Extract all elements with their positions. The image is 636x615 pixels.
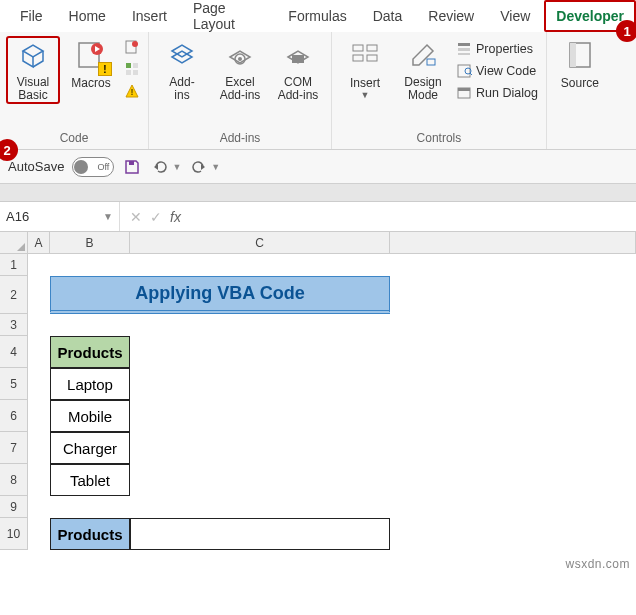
tab-insert[interactable]: Insert xyxy=(120,0,179,32)
tab-home[interactable]: Home xyxy=(57,0,118,32)
svg-text:!: ! xyxy=(131,87,134,97)
source-icon xyxy=(563,38,597,72)
com-addins-button[interactable]: COM Add-ins xyxy=(271,36,325,104)
ribbon-group-addins-label: Add-ins xyxy=(220,129,261,147)
svg-rect-5 xyxy=(126,63,131,68)
view-code-button[interactable]: View Code xyxy=(454,62,540,80)
col-header-c[interactable]: C xyxy=(130,232,390,254)
insert-controls-button[interactable]: Insert ▼ xyxy=(338,36,392,102)
visual-basic-label: Visual Basic xyxy=(17,76,49,102)
cell-product-3[interactable]: Charger xyxy=(50,432,130,464)
autosave-toggle[interactable]: Off xyxy=(72,157,114,177)
watermark: wsxdn.com xyxy=(565,557,630,571)
record-macro-icon xyxy=(124,39,140,55)
cancel-formula-button[interactable]: ✕ xyxy=(130,209,142,225)
svg-rect-27 xyxy=(458,65,470,77)
ribbon-group-addins: Add- ins Excel Add-ins COM Add-ins Add-i… xyxy=(149,32,332,149)
visual-basic-button[interactable]: Visual Basic xyxy=(6,36,60,104)
undo-dropdown[interactable]: ▼ xyxy=(172,162,181,172)
row-header-8[interactable]: 8 xyxy=(0,464,28,496)
chevron-down-icon[interactable]: ▼ xyxy=(103,211,113,222)
ribbon-group-controls-label: Controls xyxy=(417,129,462,147)
relative-references-icon xyxy=(124,61,140,77)
fx-icon[interactable]: fx xyxy=(170,209,181,225)
svg-rect-20 xyxy=(353,55,363,61)
tab-file[interactable]: File xyxy=(8,0,55,32)
select-all-corner[interactable] xyxy=(0,232,28,254)
svg-rect-18 xyxy=(353,45,363,51)
cell-title[interactable]: Applying VBA Code xyxy=(50,276,390,314)
svg-rect-34 xyxy=(129,161,134,165)
redo-button[interactable] xyxy=(189,157,209,177)
svg-rect-19 xyxy=(367,45,377,51)
cell-products-header[interactable]: Products xyxy=(50,336,130,368)
tab-pagelayout[interactable]: Page Layout xyxy=(181,0,274,40)
row-header-3[interactable]: 3 xyxy=(0,314,28,336)
design-mode-icon xyxy=(406,38,440,72)
properties-button[interactable]: Properties xyxy=(454,40,540,58)
tab-review[interactable]: Review xyxy=(416,0,486,32)
ribbon-group-controls: Insert ▼ Design Mode Properties View Cod… xyxy=(332,32,547,149)
row-header-9[interactable]: 9 xyxy=(0,496,28,518)
svg-marker-22 xyxy=(413,45,433,65)
svg-rect-21 xyxy=(367,55,377,61)
chevron-down-icon: ▼ xyxy=(361,90,370,100)
spreadsheet-grid: A B C 1 2 3 4 5 6 7 8 9 10 Applying VBA … xyxy=(0,232,636,554)
svg-rect-7 xyxy=(126,70,131,75)
macro-security-button[interactable]: ! xyxy=(122,82,142,100)
addins-icon xyxy=(165,38,199,72)
row-header-6[interactable]: 6 xyxy=(0,400,28,432)
svg-rect-31 xyxy=(458,88,470,91)
redo-dropdown[interactable]: ▼ xyxy=(211,162,220,172)
autosave-state: Off xyxy=(98,162,110,172)
run-dialog-label: Run Dialog xyxy=(476,86,538,100)
excel-addins-label: Excel Add-ins xyxy=(220,76,261,102)
svg-rect-23 xyxy=(427,59,435,65)
addins-button[interactable]: Add- ins xyxy=(155,36,209,104)
tab-data[interactable]: Data xyxy=(361,0,415,32)
design-mode-label: Design Mode xyxy=(404,76,441,102)
enter-formula-button[interactable]: ✓ xyxy=(150,209,162,225)
cell-product-4[interactable]: Tablet xyxy=(50,464,130,496)
cell-c10[interactable] xyxy=(130,518,390,550)
cell-products-header-2[interactable]: Products xyxy=(50,518,130,550)
cell-product-1[interactable]: Laptop xyxy=(50,368,130,400)
autosave-label: AutoSave xyxy=(8,159,64,174)
tab-view[interactable]: View xyxy=(488,0,542,32)
svg-rect-24 xyxy=(458,43,470,46)
svg-point-15 xyxy=(238,57,242,61)
record-macro-button[interactable] xyxy=(122,38,142,56)
col-header-b[interactable]: B xyxy=(50,232,130,254)
ribbon-group-code-label: Code xyxy=(60,129,89,147)
name-box[interactable]: A16 ▼ xyxy=(0,202,120,231)
run-dialog-button[interactable]: Run Dialog xyxy=(454,84,540,102)
save-button[interactable] xyxy=(122,157,142,177)
svg-rect-26 xyxy=(458,53,470,55)
row-header-5[interactable]: 5 xyxy=(0,368,28,400)
ribbon-tabs: File Home Insert Page Layout Formulas Da… xyxy=(0,0,636,32)
macros-button[interactable]: Macros ! xyxy=(64,36,118,92)
col-header-blank[interactable] xyxy=(390,232,636,254)
ribbon-group-xml-label xyxy=(578,129,581,147)
svg-rect-6 xyxy=(133,63,138,68)
svg-rect-33 xyxy=(570,43,576,67)
com-addins-icon xyxy=(281,38,315,72)
name-box-value: A16 xyxy=(6,209,29,224)
row-header-7[interactable]: 7 xyxy=(0,432,28,464)
insert-controls-icon xyxy=(348,38,382,72)
design-mode-button[interactable]: Design Mode xyxy=(396,36,450,104)
row-header-10[interactable]: 10 xyxy=(0,518,28,550)
excel-addins-icon xyxy=(223,38,257,72)
col-header-a[interactable]: A xyxy=(28,232,50,254)
tab-formulas[interactable]: Formulas xyxy=(276,0,358,32)
row-header-4[interactable]: 4 xyxy=(0,336,28,368)
view-code-label: View Code xyxy=(476,64,536,78)
source-button[interactable]: Source xyxy=(553,36,607,92)
undo-button[interactable] xyxy=(150,157,170,177)
row-header-1[interactable]: 1 xyxy=(0,254,28,276)
excel-addins-button[interactable]: Excel Add-ins xyxy=(213,36,267,104)
ribbon: Visual Basic Macros ! ! Code 2 Add- ins xyxy=(0,32,636,150)
row-header-2[interactable]: 2 xyxy=(0,276,28,314)
use-relative-references-button[interactable] xyxy=(122,60,142,78)
cell-product-2[interactable]: Mobile xyxy=(50,400,130,432)
